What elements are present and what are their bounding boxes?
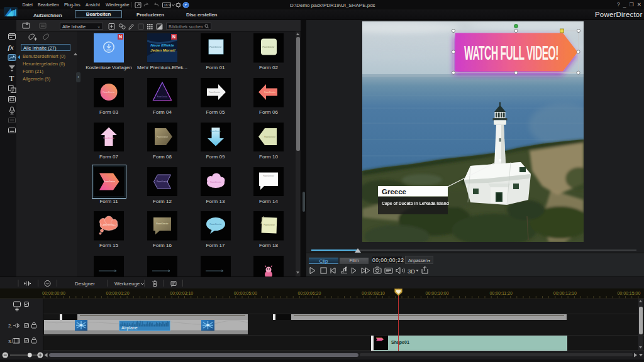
svg-text:3D: 3D [408, 268, 415, 275]
svg-text:00;00;06;20: 00;00;06;20 [297, 291, 321, 295]
svg-text:PowerDirector: PowerDirector [209, 91, 220, 94]
svg-text:fx: fx [8, 43, 14, 51]
svg-text:16:9: 16:9 [164, 3, 171, 7]
svg-text:Werkzeuge: Werkzeuge [114, 281, 140, 287]
svg-text:PowerDirector: PowerDirector [264, 136, 275, 138]
svg-text:PowerDirector: PowerDirector [157, 136, 168, 138]
svg-text:00;00;01;20: 00;00;01;20 [106, 291, 130, 295]
svg-text:PowerDirector: PowerDirector [209, 46, 221, 48]
svg-text:00;00;11;20: 00;00;11;20 [489, 291, 513, 295]
svg-text:Cape of Ducato in Lefkada Isla: Cape of Ducato in Lefkada Island [382, 201, 449, 206]
svg-text:PowerDirector: PowerDirector [103, 137, 114, 140]
svg-text:00;00;03;10: 00;00;03;10 [170, 291, 193, 295]
svg-text:PowerDirector: PowerDirector [264, 224, 275, 226]
svg-text:PowerDirector: PowerDirector [104, 180, 115, 183]
svg-text:00;00;05;00: 00;00;05;00 [234, 291, 257, 295]
svg-text:PowerDirector: PowerDirector [157, 180, 168, 183]
svg-text:3.: 3. [8, 339, 12, 344]
svg-text:PowerDirector: PowerDirector [157, 96, 168, 98]
svg-text:PowerDirector: PowerDirector [262, 46, 274, 48]
svg-text:PowerDirector: PowerDirector [209, 223, 221, 226]
svg-text:PowerDirector: PowerDirector [103, 91, 114, 94]
svg-text:Greece: Greece [382, 188, 406, 195]
svg-text:00;00;00;00: 00;00;00;00 [42, 291, 65, 295]
svg-text:PowerDirector: PowerDirector [210, 181, 221, 184]
svg-text:PowerDirector: PowerDirector [156, 222, 168, 225]
svg-text:Jeden Monat!: Jeden Monat! [150, 48, 175, 52]
svg-text:PowerDirector: PowerDirector [263, 175, 274, 177]
svg-text:00;00;08;10: 00;00;08;10 [362, 291, 385, 295]
svg-text:Designer: Designer [75, 281, 95, 287]
svg-text:WATCH FULL VIDEO!: WATCH FULL VIDEO! [464, 41, 558, 64]
svg-text:2.: 2. [8, 323, 12, 329]
svg-text:PowerDirector: PowerDirector [264, 91, 275, 94]
svg-text:00;00;10;00: 00;00;10;00 [426, 291, 449, 295]
svg-text:PowerDirector: PowerDirector [210, 130, 221, 133]
svg-text:00;00;13;10: 00;00;13;10 [553, 291, 577, 295]
svg-text:T: T [9, 74, 14, 83]
svg-text:00;00;15;00: 00;00;15;00 [617, 291, 640, 295]
svg-text:Neue Effekte: Neue Effekte [150, 43, 174, 47]
svg-text:PowerDirector: PowerDirector [103, 224, 114, 226]
